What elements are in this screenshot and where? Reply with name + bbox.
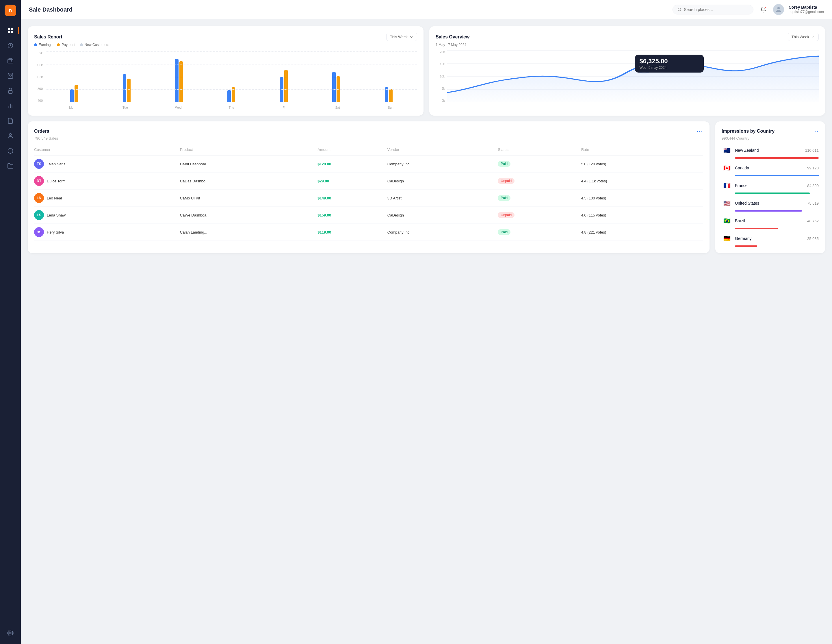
col-amount: Amount bbox=[317, 145, 387, 155]
country-item: 🇩🇪 Germany 25,085 bbox=[722, 233, 819, 247]
status-cell: Paid bbox=[498, 224, 581, 241]
sidebar-item-user[interactable] bbox=[4, 130, 17, 142]
country-name: United States bbox=[735, 201, 804, 205]
country-count: 75,619 bbox=[807, 201, 819, 205]
country-item: 🇨🇦 Canada 99,120 bbox=[722, 163, 819, 176]
product-cell: CaMo UI Kit bbox=[180, 190, 317, 207]
user-info: Corey Baptista baptista77@gmail.com bbox=[789, 5, 824, 14]
x-label: Sat bbox=[311, 106, 364, 109]
x-label: Fri bbox=[258, 106, 311, 109]
sidebar-item-dashboard[interactable] bbox=[4, 24, 17, 37]
country-flag: 🇩🇪 bbox=[722, 233, 732, 244]
country-name: Canada bbox=[735, 166, 804, 170]
amount-cell: $119.00 bbox=[317, 224, 387, 241]
country-progress-bar bbox=[735, 175, 819, 176]
col-customer: Customer bbox=[34, 145, 180, 155]
table-row: DT Dulce Torff CaDas Dashbo... $29.00 Ca… bbox=[34, 173, 703, 190]
sidebar-item-analytics[interactable] bbox=[4, 99, 17, 112]
status-badge: Paid bbox=[498, 195, 510, 201]
table-row: HS Hery Silva Calan Landing... $119.00 C… bbox=[34, 224, 703, 241]
legend-new-customers: New Customers bbox=[80, 43, 109, 47]
customer-avatar: LN bbox=[34, 193, 44, 203]
sidebar-item-folder[interactable] bbox=[4, 160, 17, 172]
impressions-subtitle: 990,444 Country bbox=[722, 136, 819, 141]
orders-title: Orders bbox=[34, 129, 49, 134]
product-cell: CaAll Dashboar... bbox=[180, 155, 317, 173]
country-header: 🇩🇪 Germany 25,085 bbox=[722, 233, 819, 244]
customer-avatar: DT bbox=[34, 176, 44, 186]
country-progress-bar bbox=[735, 210, 802, 211]
legend-earnings: Earnings bbox=[34, 43, 52, 47]
customer-avatar: TS bbox=[34, 159, 44, 169]
customer-name: Talan Saris bbox=[47, 162, 65, 166]
orders-header: Orders ··· bbox=[34, 128, 703, 135]
bottom-row: Orders ··· 790,549 Sales Customer Produc… bbox=[28, 122, 825, 253]
sales-overview-period-btn[interactable]: This Week bbox=[788, 33, 819, 41]
rate-cell: 4.8 (221 votes) bbox=[581, 224, 703, 241]
vendor-cell: Company Inc. bbox=[387, 155, 498, 173]
user-name: Corey Baptista bbox=[789, 5, 824, 10]
sales-report-period-btn[interactable]: This Week bbox=[386, 33, 417, 41]
table-row: TS Talan Saris CaAll Dashboar... $129.00… bbox=[34, 155, 703, 173]
country-name: France bbox=[735, 183, 804, 188]
country-header: 🇺🇸 United States 75,619 bbox=[722, 198, 819, 208]
tooltip-amount: $6,325.00 bbox=[640, 58, 699, 65]
sales-overview-date: 1 May - 7 May 2024 bbox=[436, 43, 819, 47]
sidebar-item-history[interactable] bbox=[4, 39, 17, 52]
orders-table: Customer Product Amount Vendor Status Ra… bbox=[34, 145, 703, 241]
customer-avatar: HS bbox=[34, 227, 44, 237]
sidebar-item-wallet[interactable] bbox=[4, 54, 17, 67]
country-item: 🇫🇷 France 84,899 bbox=[722, 180, 819, 194]
country-count: 84,899 bbox=[807, 184, 819, 188]
rate-cell: 5.0 (120 votes) bbox=[581, 155, 703, 173]
customer-name: Leo Neal bbox=[47, 196, 62, 200]
country-count: 99,120 bbox=[807, 166, 819, 170]
impressions-more-button[interactable]: ··· bbox=[812, 128, 819, 135]
svg-point-16 bbox=[778, 7, 780, 9]
vendor-cell: 3D Artist bbox=[387, 190, 498, 207]
country-count: 110,011 bbox=[805, 148, 819, 153]
sidebar-item-shop[interactable] bbox=[4, 69, 17, 82]
country-flag: 🇫🇷 bbox=[722, 180, 732, 191]
product-cell: CaWe Dashboa... bbox=[180, 207, 317, 224]
sidebar-item-reports[interactable] bbox=[4, 114, 17, 127]
search-input[interactable] bbox=[684, 7, 748, 12]
app-logo[interactable]: n bbox=[5, 5, 16, 16]
tooltip-date: Wed, 5 may 2024 bbox=[640, 66, 699, 70]
sidebar-item-lock[interactable] bbox=[4, 84, 17, 97]
search-bar[interactable] bbox=[672, 5, 754, 14]
country-item: 🇧🇷 Brazil 48,752 bbox=[722, 216, 819, 229]
country-header: 🇨🇦 Canada 99,120 bbox=[722, 163, 819, 173]
country-name: Brazil bbox=[735, 218, 804, 223]
sales-report-card: Sales Report This Week Earnings Payment bbox=[28, 26, 424, 115]
status-cell: Paid bbox=[498, 190, 581, 207]
country-flag: 🇺🇸 bbox=[722, 198, 732, 208]
status-cell: Unpaid bbox=[498, 207, 581, 224]
sales-overview-card: Sales Overview This Week 1 May - 7 May 2… bbox=[429, 26, 825, 115]
country-progress-bar bbox=[735, 228, 778, 229]
sidebar-item-settings[interactable] bbox=[4, 626, 17, 639]
amount-cell: $29.00 bbox=[317, 173, 387, 190]
country-list: 🇳🇿 New Zealand 110,011 🇨🇦 Canada 99,120 … bbox=[722, 145, 819, 247]
orders-subtitle: 790,549 Sales bbox=[34, 136, 703, 141]
line-chart-svg bbox=[447, 50, 819, 103]
orders-more-button[interactable]: ··· bbox=[696, 128, 703, 135]
sales-report-legend: Earnings Payment New Customers bbox=[34, 43, 417, 47]
country-flag: 🇳🇿 bbox=[722, 145, 732, 155]
country-name: New Zealand bbox=[735, 148, 802, 153]
status-badge: Paid bbox=[498, 229, 510, 235]
country-name: Germany bbox=[735, 236, 804, 241]
sales-report-header: Sales Report This Week bbox=[34, 33, 417, 41]
notification-button[interactable] bbox=[758, 4, 768, 15]
status-badge: Paid bbox=[498, 161, 510, 167]
svg-rect-8 bbox=[9, 90, 13, 93]
vendor-cell: Company Inc. bbox=[387, 224, 498, 241]
customer-name: Dulce Torff bbox=[47, 179, 65, 183]
col-vendor: Vendor bbox=[387, 145, 498, 155]
sidebar-item-box[interactable] bbox=[4, 144, 17, 157]
svg-rect-0 bbox=[8, 28, 10, 30]
country-header: 🇳🇿 New Zealand 110,011 bbox=[722, 145, 819, 155]
x-label: Sun bbox=[364, 106, 417, 109]
sales-overview-header: Sales Overview This Week bbox=[436, 33, 819, 41]
svg-rect-2 bbox=[8, 31, 10, 33]
